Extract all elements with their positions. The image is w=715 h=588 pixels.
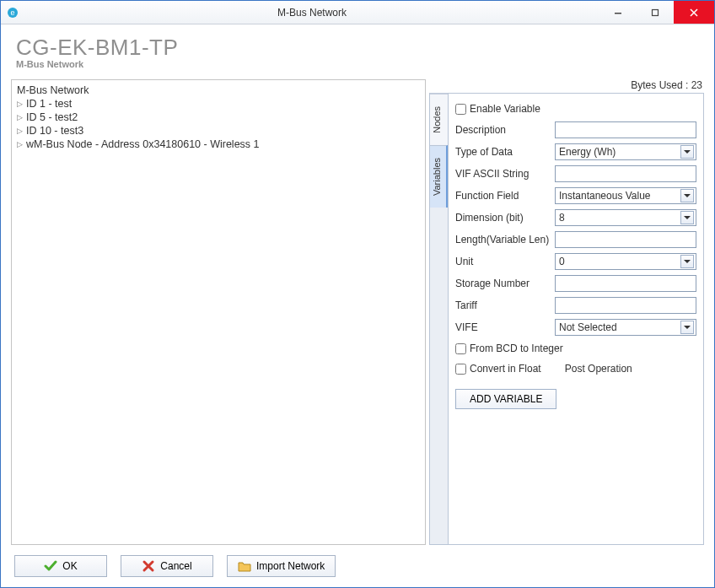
type-of-data-value: Energy (Wh) — [559, 146, 680, 158]
cancel-button[interactable]: Cancel — [121, 555, 213, 577]
unit-value: 0 — [559, 256, 680, 267]
right-column: Bytes Used : 23 Nodes Variables Enable V… — [429, 79, 704, 545]
function-field-label: Function Field — [455, 190, 555, 202]
dimension-select[interactable]: 8 — [555, 209, 696, 226]
side-tab-container: Nodes Variables Enable Variable Descript… — [429, 93, 704, 545]
tariff-label: Tariff — [455, 299, 555, 311]
from-bcd-checkbox[interactable] — [455, 343, 466, 354]
window-title: M-Bus Network — [24, 7, 599, 19]
vife-select[interactable]: Not Selected — [555, 319, 696, 336]
vif-ascii-label: VIF ASCII String — [455, 168, 555, 180]
convert-float-label: Convert in Float — [470, 363, 541, 375]
vif-ascii-input[interactable] — [555, 165, 696, 182]
unit-label: Unit — [455, 256, 555, 267]
main-body: M-Bus Network ID 1 - test ID 5 - test2 I… — [1, 74, 714, 548]
chevron-down-icon — [680, 145, 694, 159]
cross-icon — [142, 559, 155, 573]
tab-variables[interactable]: Variables — [430, 145, 448, 208]
dimension-value: 8 — [559, 212, 680, 224]
minimize-button[interactable] — [599, 1, 637, 24]
function-field-value: Instantaneous Value — [559, 190, 680, 202]
side-tabs: Nodes Variables — [430, 94, 449, 544]
unit-select[interactable]: 0 — [555, 253, 696, 270]
bytes-used-label: Bytes Used : 23 — [429, 79, 704, 93]
import-network-button[interactable]: Import Network — [227, 555, 336, 577]
from-bcd-label: From BCD to Integer — [470, 343, 563, 354]
chevron-down-icon — [680, 321, 694, 334]
tree-item[interactable]: ID 10 - test3 — [17, 124, 420, 138]
length-input[interactable] — [555, 231, 696, 248]
tree-item[interactable]: ID 1 - test — [17, 97, 420, 111]
tree-item[interactable]: ID 5 - test2 — [17, 111, 420, 124]
function-field-select[interactable]: Instantaneous Value — [555, 187, 696, 204]
tab-nodes[interactable]: Nodes — [430, 94, 448, 145]
app-icon: e — [6, 6, 19, 19]
length-label: Length(Variable Len) — [455, 234, 555, 245]
chevron-down-icon — [680, 211, 694, 224]
type-of-data-select[interactable]: Energy (Wh) — [555, 143, 696, 160]
add-variable-button[interactable]: ADD VARIABLE — [455, 389, 556, 409]
ok-button[interactable]: OK — [14, 555, 107, 577]
enable-variable-checkbox[interactable] — [455, 104, 466, 115]
close-button[interactable] — [674, 1, 714, 24]
chevron-down-icon — [680, 255, 694, 268]
window-controls — [599, 1, 714, 24]
check-icon — [44, 559, 57, 573]
folder-icon — [238, 559, 251, 573]
description-input[interactable] — [555, 121, 696, 138]
storage-number-input[interactable] — [555, 275, 696, 292]
type-of-data-label: Type of Data — [455, 146, 555, 158]
vife-label: VIFE — [455, 321, 555, 333]
page-title: CG-EK-BM1-TP — [16, 35, 699, 61]
tariff-input[interactable] — [555, 297, 696, 314]
svg-rect-2 — [615, 13, 621, 14]
storage-number-label: Storage Number — [455, 278, 555, 289]
chevron-down-icon — [680, 189, 694, 202]
cancel-label: Cancel — [160, 560, 191, 572]
footer: OK Cancel Import Network — [1, 548, 714, 587]
app-window: e M-Bus Network CG-EK-BM1-TP M-Bus Netwo… — [0, 0, 715, 588]
enable-variable-label: Enable Variable — [470, 103, 540, 115]
import-network-label: Import Network — [256, 560, 325, 572]
page-header: CG-EK-BM1-TP M-Bus Network — [1, 24, 714, 74]
maximize-button[interactable] — [637, 1, 674, 24]
dimension-label: Dimension (bit) — [455, 212, 555, 224]
tree-panel[interactable]: M-Bus Network ID 1 - test ID 5 - test2 I… — [11, 79, 426, 545]
convert-float-checkbox[interactable] — [455, 364, 466, 375]
tree-root-label[interactable]: M-Bus Network — [17, 84, 420, 97]
ok-label: OK — [62, 560, 77, 572]
svg-rect-3 — [653, 9, 659, 15]
description-label: Description — [455, 124, 555, 136]
tree-item[interactable]: wM-Bus Node - Address 0x34180610 - Wirel… — [17, 138, 420, 151]
vife-value: Not Selected — [559, 321, 680, 333]
svg-text:e: e — [10, 8, 14, 17]
variable-form: Enable Variable Description Type of Data… — [449, 94, 703, 544]
titlebar: e M-Bus Network — [1, 1, 714, 24]
post-operation-label: Post Operation — [565, 363, 632, 375]
